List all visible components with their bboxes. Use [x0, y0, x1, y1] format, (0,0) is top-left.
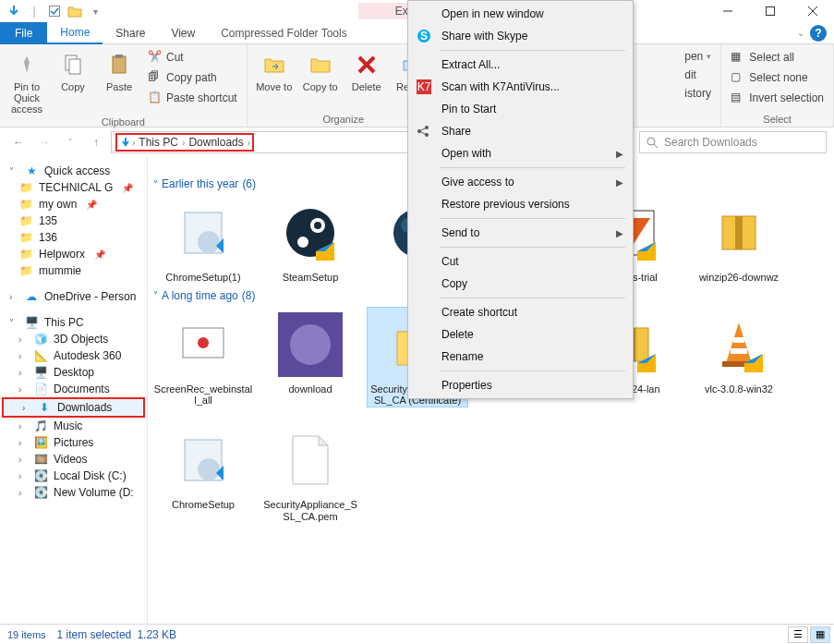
navigation-pane[interactable]: ˅ ★ Quick access 📁TECHNICAL G📌 📁my own📌 … — [0, 157, 148, 623]
pin-to-quick-access-button[interactable]: Pin to Quick access — [6, 48, 48, 116]
context-menu-item[interactable]: Share — [408, 120, 633, 142]
invert-selection-button[interactable]: ▤Invert selection — [727, 89, 828, 107]
sidebar-item[interactable]: ›🧊3D Objects — [0, 331, 147, 347]
sidebar-item[interactable]: ›🎞️Videos — [0, 451, 147, 468]
close-button[interactable] — [792, 0, 834, 22]
svg-rect-7 — [113, 56, 126, 73]
context-menu-item[interactable]: Give access to▶ — [408, 171, 633, 193]
sidebar-item[interactable]: 📁my own📌 — [0, 196, 147, 213]
copy-path-button[interactable]: 🗐Copy path — [144, 68, 241, 87]
blank-file-icon — [273, 423, 347, 497]
copy-to-button[interactable]: Copy to — [299, 48, 342, 94]
sidebar-item[interactable]: 📁136 — [0, 229, 147, 246]
paste-shortcut-button[interactable]: 📋Paste shortcut — [144, 89, 241, 107]
file-item[interactable]: ChromeSetup — [153, 423, 253, 522]
search-input[interactable]: Search Downloads — [639, 131, 827, 153]
videos-icon: 🎞️ — [33, 453, 48, 466]
file-tab[interactable]: File — [0, 22, 47, 44]
context-menu-item[interactable]: Properties — [408, 374, 633, 396]
context-menu-separator — [440, 298, 625, 298]
sidebar-item[interactable]: ›💽Local Disk (C:) — [0, 468, 147, 484]
sidebar-item-downloads[interactable]: ›⬇Downloads — [2, 397, 145, 418]
move-to-button[interactable]: Move to — [253, 48, 296, 94]
context-tab[interactable]: Compressed Folder Tools — [208, 23, 360, 43]
sidebar-item[interactable]: ›📄Documents — [0, 381, 147, 397]
sidebar-item[interactable]: ›📐Autodesk 360 — [0, 347, 147, 364]
context-menu-item[interactable]: Extract All... — [408, 54, 633, 76]
sidebar-onedrive[interactable]: › ☁ OneDrive - Person — [0, 288, 147, 305]
svg-point-37 — [198, 458, 220, 480]
view-tab[interactable]: View — [158, 22, 208, 44]
context-menu-label: Give access to — [441, 176, 514, 188]
context-menu-separator — [440, 247, 625, 248]
chevron-down-icon[interactable]: ˅ — [9, 166, 18, 176]
file-item[interactable]: download — [260, 308, 360, 407]
sidebar-item[interactable]: ›🎵Music — [0, 418, 147, 434]
context-menu-label: Share — [441, 125, 471, 138]
svg-point-19 — [297, 237, 308, 248]
file-item[interactable]: vlc-3.0.8-win32 — [689, 308, 789, 407]
context-menu-item[interactable]: Delete — [408, 323, 633, 346]
delete-x-icon — [352, 50, 381, 79]
thumbnails-view-button[interactable]: ▦ — [810, 626, 830, 643]
context-menu-item[interactable]: Open with▶ — [408, 142, 633, 164]
cut-button[interactable]: ✂️Cut — [144, 48, 241, 67]
sidebar-item[interactable]: ›🖥️Desktop — [0, 364, 147, 381]
breadcrumb-this-pc[interactable]: This PC — [135, 136, 182, 149]
chevron-right-icon[interactable]: › — [9, 292, 18, 302]
maximize-button[interactable] — [749, 0, 792, 22]
qat-checkbox-icon[interactable] — [46, 3, 63, 19]
share-tab[interactable]: Share — [103, 22, 158, 44]
sidebar-item[interactable]: 📁mummie — [0, 262, 147, 279]
svg-rect-24 — [735, 216, 743, 249]
details-view-button[interactable]: ☰ — [788, 626, 808, 643]
edit-button[interactable]: dit — [681, 67, 715, 83]
context-menu-item[interactable]: Pin to Start — [408, 98, 633, 120]
file-item[interactable]: ChromeSetup(1) — [153, 196, 253, 284]
sidebar-item[interactable]: 📁Helpworx📌 — [0, 246, 147, 262]
context-menu-label: Rename — [441, 350, 483, 363]
file-item[interactable]: winzip26-downwz — [689, 196, 789, 284]
collapse-ribbon-icon[interactable]: ⌄ — [797, 28, 804, 38]
breadcrumb-sep-icon[interactable]: › — [248, 138, 250, 148]
context-menu-item[interactable]: Restore previous versions — [408, 193, 633, 215]
search-icon — [646, 136, 659, 149]
chevron-down-icon[interactable]: ˅ — [9, 318, 18, 328]
sidebar-item[interactable]: 📁135 — [0, 213, 147, 229]
select-none-button[interactable]: ▢Select none — [727, 68, 828, 87]
sidebar-this-pc[interactable]: ˅ 🖥️ This PC — [0, 314, 147, 331]
help-icon[interactable]: ? — [810, 25, 827, 42]
home-tab[interactable]: Home — [47, 22, 103, 44]
context-menu-item[interactable]: Cut — [408, 250, 633, 273]
recent-locations-button[interactable]: ˅ — [59, 131, 81, 153]
up-button[interactable]: ↑ — [85, 131, 107, 153]
sidebar-item[interactable]: ›🖼️Pictures — [0, 434, 147, 451]
copy-button[interactable]: Copy — [52, 48, 94, 116]
status-item-count: 19 items — [7, 629, 46, 640]
context-menu-item[interactable]: SShare with Skype — [408, 25, 633, 47]
file-item[interactable]: SteamSetup — [260, 196, 360, 284]
paste-button[interactable]: Paste — [98, 48, 140, 116]
file-item[interactable]: SecurityAppliance_SSL_CA.pem — [260, 423, 360, 522]
context-menu-item[interactable]: Send to▶ — [408, 222, 633, 244]
sidebar-quick-access[interactable]: ˅ ★ Quick access — [0, 163, 147, 179]
forward-button[interactable]: → — [33, 131, 55, 153]
qat-overflow-icon[interactable]: ▾ — [87, 3, 103, 19]
svg-point-15 — [198, 231, 220, 253]
file-item[interactable]: ScreenRec_webinstall_all — [153, 308, 253, 407]
history-button[interactable]: istory — [681, 85, 715, 102]
minimize-button[interactable] — [707, 0, 749, 22]
open-button[interactable]: pen ▾ — [681, 48, 715, 65]
breadcrumb-downloads[interactable]: Downloads — [185, 136, 247, 149]
delete-button[interactable]: Delete — [345, 48, 388, 94]
sidebar-item[interactable]: 📁TECHNICAL G📌 — [0, 179, 147, 196]
context-menu-item[interactable]: Open in new window — [408, 3, 633, 25]
context-menu-item[interactable]: Copy — [408, 273, 633, 295]
context-menu-item[interactable]: K7Scan with K7AntiVirus... — [408, 76, 633, 98]
context-menu-item[interactable]: Create shortcut — [408, 301, 633, 323]
context-menu-item[interactable]: Rename — [408, 346, 633, 368]
select-all-button[interactable]: ▦Select all — [727, 48, 828, 67]
sidebar-item[interactable]: ›💽New Volume (D: — [0, 484, 147, 501]
qat-folder-icon[interactable] — [66, 3, 83, 19]
back-button[interactable]: ← — [7, 131, 30, 153]
